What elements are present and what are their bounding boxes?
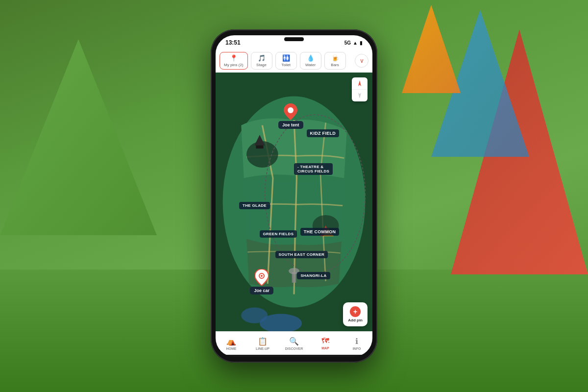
nav-home-label: HOME	[226, 347, 237, 350]
info-icon: ℹ	[355, 337, 358, 346]
nav-info-label: INFO	[353, 347, 361, 350]
filter-bars[interactable]: 🍺 Bars	[324, 52, 346, 70]
area-the-common: THE COMMON	[300, 228, 340, 236]
battery-icon: ▮	[360, 40, 363, 46]
status-right: 5G ▲ ▮	[344, 40, 363, 46]
add-pin-icon: +	[350, 306, 361, 317]
nav-lineup[interactable]: 📋 LINE-UP	[247, 332, 278, 355]
phone-screen: 13:51 5G ▲ ▮ 📍 My pins (2) 🎵 Stage	[216, 35, 372, 357]
area-south-east: SOUTH EAST CORNER	[275, 251, 328, 258]
area-theatre: - THEATRE &CIRCUS FIELDS	[294, 163, 333, 175]
bottom-nav: ⛺ HOME 📋 LINE-UP 🔍 DISCOVER 🗺 MAP ℹ	[216, 331, 372, 355]
filter-stage[interactable]: 🎵 Stage	[251, 52, 272, 70]
pin-icon: 📍	[230, 54, 238, 62]
status-time: 13:51	[225, 39, 241, 46]
svg-rect-8	[256, 146, 263, 148]
filter-water-label: Water	[305, 63, 316, 67]
nav-info[interactable]: ℹ INFO	[341, 332, 372, 355]
status-bar: 13:51 5G ▲ ▮	[216, 35, 372, 49]
filter-toilet[interactable]: 🚻 Toilet	[275, 52, 297, 70]
chevron-down-icon: ∨	[360, 57, 364, 64]
nav-lineup-label: LINE-UP	[256, 347, 270, 350]
pin-joe-tent[interactable]: Joe tent	[278, 103, 303, 129]
filter-water[interactable]: 💧 Water	[300, 52, 321, 70]
nav-map[interactable]: 🗺 MAP	[310, 332, 341, 355]
toilet-icon: 🚻	[282, 54, 290, 62]
svg-point-13	[288, 107, 294, 113]
stage-icon: 🎵	[258, 54, 266, 62]
filter-stage-label: Stage	[256, 63, 267, 67]
pin-joe-car[interactable]: Joe car	[250, 269, 273, 294]
nav-map-label: MAP	[321, 346, 329, 350]
nav-discover[interactable]: 🔍 DISCOVER	[278, 332, 310, 355]
compass	[352, 77, 368, 101]
svg-point-15	[261, 275, 263, 277]
filter-my-pins[interactable]: 📍 My pins (2)	[220, 52, 248, 70]
bars-icon: 🍺	[331, 54, 339, 62]
water-icon: 💧	[307, 54, 315, 62]
compass-south	[352, 90, 368, 101]
signal-icon: ▲	[353, 40, 358, 46]
nav-home[interactable]: ⛺ HOME	[216, 332, 247, 355]
svg-marker-16	[358, 80, 361, 86]
filter-bars-label: Bars	[331, 63, 339, 67]
area-green-fields: GREEN FIELDS	[260, 230, 297, 238]
network-icon: 5G	[344, 40, 351, 46]
map-area[interactable]: KIDZ FIELD - THEATRE &CIRCUS FIELDS THE …	[216, 73, 372, 331]
area-the-glade: THE GLADE	[239, 202, 270, 209]
joe-tent-label: Joe tent	[278, 121, 303, 129]
compass-north	[352, 77, 368, 90]
filter-my-pins-label: My pins (2)	[224, 63, 244, 67]
map-icon: 🗺	[321, 337, 329, 345]
hand-container: 13:51 5G ▲ ▮ 📍 My pins (2) 🎵 Stage	[211, 29, 377, 363]
nav-discover-label: DISCOVER	[285, 347, 303, 350]
add-pin-button[interactable]: + Add pin	[343, 302, 368, 326]
filter-toilet-label: Toilet	[281, 63, 291, 67]
phone-frame: 13:51 5G ▲ ▮ 📍 My pins (2) 🎵 Stage	[211, 29, 377, 363]
svg-point-5	[241, 308, 268, 323]
filter-expand-button[interactable]: ∨	[355, 54, 368, 68]
area-shangri-la: SHANGRI-LA	[297, 272, 330, 279]
lineup-icon: 📋	[258, 337, 268, 346]
svg-marker-17	[358, 93, 361, 98]
home-icon: ⛺	[226, 337, 236, 346]
filter-bar: 📍 My pins (2) 🎵 Stage 🚻 Toilet 💧 Water 🍺	[216, 49, 372, 73]
discover-icon: 🔍	[289, 337, 299, 346]
area-kidz-field: KIDZ FIELD	[307, 129, 340, 137]
joe-car-label: Joe car	[250, 287, 273, 294]
add-pin-label: Add pin	[348, 318, 363, 322]
